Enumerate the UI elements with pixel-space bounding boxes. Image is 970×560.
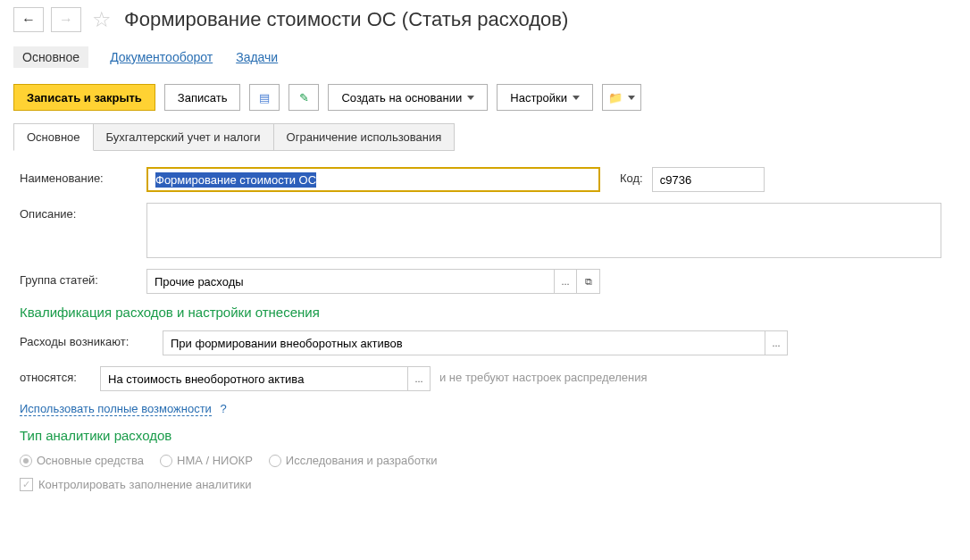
group-select-button[interactable]: ... — [554, 269, 577, 294]
save-close-button[interactable]: Записать и закрыть — [13, 84, 155, 111]
linktab-tasks[interactable]: Задачи — [234, 46, 280, 68]
report-button[interactable]: ▤ — [249, 84, 280, 111]
open-icon: ⧉ — [585, 276, 592, 288]
desc-label: Описание: — [20, 203, 138, 221]
code-input[interactable] — [652, 167, 765, 192]
group-label: Группа статей: — [20, 269, 138, 287]
radio-nma: НМА / НИОКР — [160, 454, 253, 467]
relates-label: относятся: — [20, 366, 91, 384]
code-label: Код: — [620, 167, 643, 185]
control-checkbox-label: Контролировать заполнение аналитики — [38, 478, 252, 491]
radio-research: Исследования и разработки — [269, 454, 438, 467]
relates-input[interactable] — [100, 366, 407, 391]
nav-forward-button[interactable]: → — [51, 7, 81, 32]
group-input[interactable] — [146, 269, 554, 294]
ellipsis-icon: ... — [561, 276, 569, 287]
name-input[interactable]: Формирование стоимости ОС — [146, 167, 600, 192]
arrow-right-icon: → — [59, 12, 73, 28]
radio-icon — [269, 455, 281, 467]
expenses-occur-label: Расходы возникают: — [20, 330, 154, 348]
section-analytics-title: Тип аналитики расходов — [20, 428, 950, 443]
chevron-down-icon — [573, 96, 580, 100]
tab-main[interactable]: Основное — [13, 123, 94, 151]
help-icon[interactable]: ? — [220, 402, 226, 415]
section-qualification-title: Квалификация расходов и настройки отнесе… — [20, 305, 950, 320]
relates-hint: и не требуют настроек распределения — [439, 366, 648, 384]
marker-icon: ✎ — [299, 91, 309, 104]
chevron-down-icon — [628, 96, 635, 100]
radio-fixed-assets: Основные средства — [20, 454, 144, 467]
marker-button[interactable]: ✎ — [288, 84, 319, 111]
relates-select-button[interactable]: ... — [407, 366, 431, 391]
attachments-button[interactable]: 📁 — [602, 84, 641, 111]
radio-icon — [20, 455, 32, 467]
tab-restriction[interactable]: Ограничение использования — [273, 123, 456, 151]
settings-button[interactable]: Настройки — [497, 84, 593, 111]
ellipsis-icon: ... — [414, 373, 422, 384]
save-button[interactable]: Записать — [164, 84, 241, 111]
nav-back-button[interactable]: ← — [13, 7, 44, 32]
chevron-down-icon — [467, 96, 474, 100]
page-title: Формирование стоимости ОС (Статья расход… — [124, 8, 568, 31]
control-checkbox: ✓ — [20, 478, 33, 491]
linktab-main[interactable]: Основное — [13, 46, 88, 68]
expenses-occur-input[interactable] — [163, 330, 765, 355]
arrow-left-icon: ← — [21, 12, 36, 28]
favorite-star-icon[interactable]: ☆ — [92, 7, 112, 32]
tab-accounting[interactable]: Бухгалтерский учет и налоги — [93, 123, 274, 151]
desc-textarea[interactable] — [146, 203, 941, 258]
create-based-button[interactable]: Создать на основании — [328, 84, 488, 111]
ellipsis-icon: ... — [772, 338, 780, 348]
folder-icon: 📁 — [608, 91, 623, 104]
radio-icon — [160, 455, 172, 467]
full-capabilities-link[interactable]: Использовать полные возможности — [20, 402, 212, 416]
linktab-workflow[interactable]: Документооборот — [108, 46, 214, 68]
name-label: Наименование: — [20, 167, 138, 185]
expenses-select-button[interactable]: ... — [765, 330, 788, 355]
group-open-button[interactable]: ⧉ — [577, 269, 600, 294]
document-icon: ▤ — [259, 91, 270, 104]
